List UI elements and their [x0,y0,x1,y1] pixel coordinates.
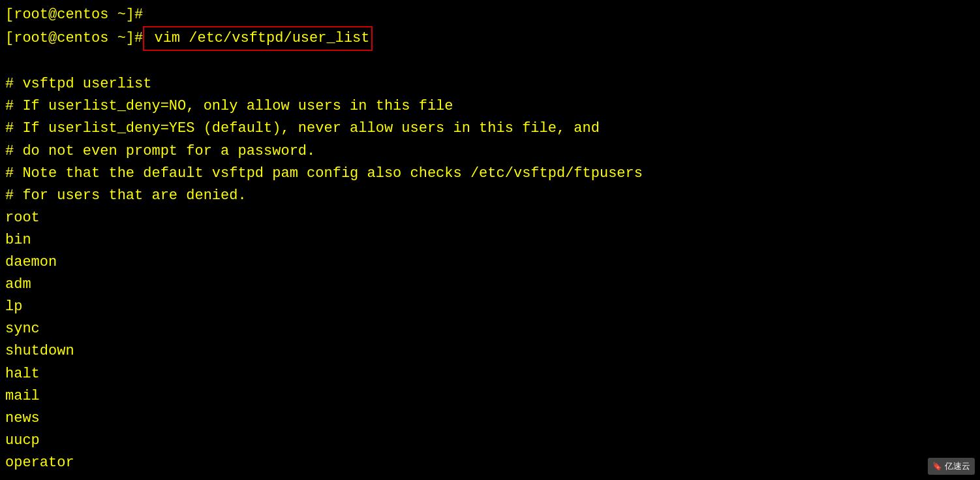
user-news: news [5,408,975,430]
terminal-window: [root@centos ~]# [root@centos ~]# vim /e… [0,0,980,480]
user-bin: bin [5,229,975,251]
user-operator: operator [5,452,975,474]
user-uucp: uucp [5,430,975,452]
comment-userlist: # vsftpd userlist [5,73,975,95]
user-sync: sync [5,318,975,340]
comment-deny-yes: # If userlist_deny=YES (default), never … [5,118,975,140]
comment-note: # Note that the default vsftpd pam confi… [5,163,975,185]
prompt-text-1: [root@centos ~]# [5,4,143,26]
user-halt: halt [5,363,975,385]
user-shutdown: shutdown [5,340,975,362]
user-adm: adm [5,274,975,296]
prompt-line-1: [root@centos ~]# [5,4,975,26]
prompt-line-2: [root@centos ~]# vim /etc/vsftpd/user_li… [5,26,975,51]
comment-no-prompt: # do not even prompt for a password. [5,140,975,163]
user-games: games [5,474,975,480]
watermark-text: 亿速云 [945,460,970,473]
user-root: root [5,207,975,229]
user-mail: mail [5,385,975,408]
comment-deny-no: # If userlist_deny=NO, only allow users … [5,95,975,118]
watermark-icon: 🔖 [932,460,942,473]
vim-command[interactable]: vim /etc/vsftpd/user_list [143,26,372,51]
user-lp: lp [5,296,975,318]
comment-for: # for users that are denied. [5,185,975,207]
watermark: 🔖 亿速云 [928,458,975,475]
empty-line [5,51,975,73]
prompt-text-2: [root@centos ~]# [5,27,143,50]
user-daemon: daemon [5,251,975,274]
